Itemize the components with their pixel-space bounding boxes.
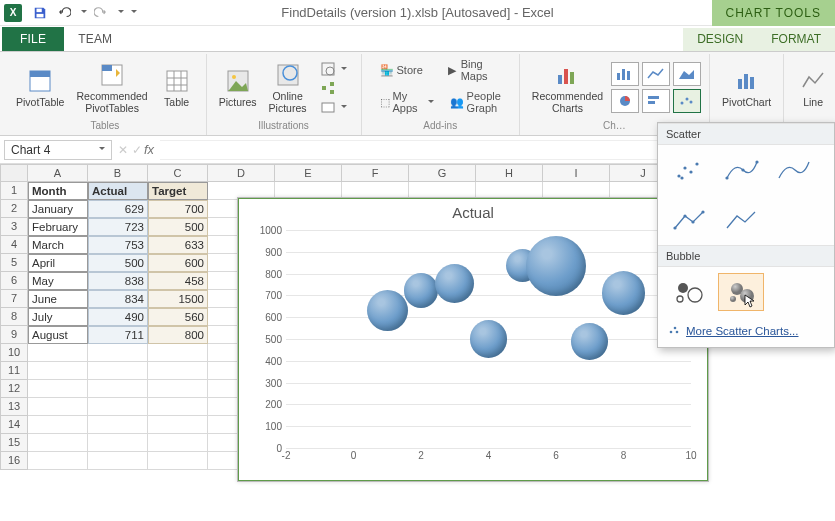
cell[interactable]: [88, 362, 148, 380]
cell[interactable]: 711: [88, 326, 148, 344]
cell[interactable]: 633: [148, 236, 208, 254]
row-header[interactable]: 15: [0, 434, 28, 452]
chart-plot-area[interactable]: 01002003004005006007008009001000-2024681…: [286, 230, 691, 448]
line-chart-button[interactable]: [642, 62, 670, 86]
cell[interactable]: [28, 452, 88, 470]
store-button[interactable]: 🏪Store: [378, 57, 425, 83]
chart-title[interactable]: Actual: [238, 198, 708, 223]
tab-format[interactable]: FORMAT: [757, 28, 835, 51]
undo-button[interactable]: [54, 3, 74, 23]
screenshot-button[interactable]: [319, 99, 349, 115]
scatter-smooth-option[interactable]: [770, 151, 816, 189]
chart-bubble[interactable]: [602, 271, 646, 315]
scatter-lines-option[interactable]: [718, 201, 764, 239]
cell[interactable]: 800: [148, 326, 208, 344]
cell[interactable]: 560: [148, 308, 208, 326]
scatter-markers-option[interactable]: [666, 151, 712, 189]
row-header[interactable]: 4: [0, 236, 28, 254]
column-header[interactable]: B: [88, 164, 148, 182]
row-header[interactable]: 3: [0, 218, 28, 236]
cell[interactable]: [148, 398, 208, 416]
tab-design[interactable]: DESIGN: [683, 28, 757, 51]
online-pictures-button[interactable]: Online Pictures: [265, 59, 311, 115]
cell[interactable]: 834: [88, 290, 148, 308]
column-header[interactable]: A: [28, 164, 88, 182]
row-header[interactable]: 16: [0, 452, 28, 470]
scatter-lines-markers-option[interactable]: [666, 201, 712, 239]
chart-bubble[interactable]: [367, 290, 408, 331]
chart-bubble[interactable]: [404, 273, 439, 308]
pivotchart-button[interactable]: PivotChart: [718, 65, 775, 110]
sparkline-line-button[interactable]: Line: [792, 65, 834, 110]
cell[interactable]: [28, 416, 88, 434]
cell[interactable]: January: [28, 200, 88, 218]
cell[interactable]: April: [28, 254, 88, 272]
row-header[interactable]: 8: [0, 308, 28, 326]
qat-customize-dropdown[interactable]: [128, 6, 137, 20]
cell[interactable]: February: [28, 218, 88, 236]
row-header[interactable]: 7: [0, 290, 28, 308]
cell[interactable]: [28, 362, 88, 380]
cell[interactable]: [88, 452, 148, 470]
name-box[interactable]: Chart 4: [4, 140, 112, 160]
bing-maps-button[interactable]: ▶Bing Maps: [445, 57, 503, 83]
cell[interactable]: [148, 362, 208, 380]
pictures-button[interactable]: Pictures: [215, 65, 261, 110]
scatter-smooth-markers-option[interactable]: [718, 151, 764, 189]
cell[interactable]: [88, 434, 148, 452]
shapes-button[interactable]: [319, 61, 349, 77]
cell[interactable]: [88, 416, 148, 434]
redo-button[interactable]: [91, 3, 111, 23]
cell[interactable]: 500: [88, 254, 148, 272]
recommended-charts-button[interactable]: Recommended Charts: [528, 59, 607, 115]
row-header[interactable]: 14: [0, 416, 28, 434]
column-header[interactable]: G: [409, 164, 476, 182]
cell[interactable]: Target: [148, 182, 208, 200]
cell[interactable]: March: [28, 236, 88, 254]
cell[interactable]: May: [28, 272, 88, 290]
cell[interactable]: 600: [148, 254, 208, 272]
undo-dropdown[interactable]: [78, 6, 87, 20]
bubble-2d-option[interactable]: [666, 273, 712, 311]
row-header[interactable]: 9: [0, 326, 28, 344]
row-header[interactable]: 12: [0, 380, 28, 398]
cell[interactable]: 500: [148, 218, 208, 236]
cell[interactable]: [28, 380, 88, 398]
cell[interactable]: [88, 380, 148, 398]
area-chart-button[interactable]: [673, 62, 701, 86]
cell[interactable]: [148, 344, 208, 362]
column-header[interactable]: E: [275, 164, 342, 182]
redo-dropdown[interactable]: [115, 6, 124, 20]
chart-bubble[interactable]: [571, 323, 608, 360]
cell[interactable]: [88, 398, 148, 416]
cell[interactable]: 753: [88, 236, 148, 254]
row-header[interactable]: 1: [0, 182, 28, 200]
column-header[interactable]: D: [208, 164, 275, 182]
fx-icon[interactable]: fx: [144, 142, 160, 157]
cell[interactable]: [148, 380, 208, 398]
row-header[interactable]: 10: [0, 344, 28, 362]
embedded-chart[interactable]: Actual 01002003004005006007008009001000-…: [237, 197, 709, 482]
chart-bubble[interactable]: [470, 320, 508, 358]
scatter-chart-button[interactable]: [673, 89, 701, 113]
cell[interactable]: [28, 398, 88, 416]
column-header[interactable]: H: [476, 164, 543, 182]
cell[interactable]: [148, 434, 208, 452]
more-scatter-charts-link[interactable]: More Scatter Charts...: [658, 317, 834, 347]
cell[interactable]: Actual: [88, 182, 148, 200]
cell[interactable]: 1500: [148, 290, 208, 308]
column-header[interactable]: C: [148, 164, 208, 182]
select-all-corner[interactable]: [0, 164, 28, 182]
row-header[interactable]: 13: [0, 398, 28, 416]
cell[interactable]: [28, 434, 88, 452]
cell[interactable]: August: [28, 326, 88, 344]
pivottable-button[interactable]: PivotTable: [12, 65, 68, 110]
row-header[interactable]: 6: [0, 272, 28, 290]
chart-bubble[interactable]: [526, 236, 586, 296]
tab-file[interactable]: FILE: [2, 27, 64, 51]
chart-bubble[interactable]: [435, 264, 474, 303]
column-header[interactable]: F: [342, 164, 409, 182]
cell[interactable]: [148, 416, 208, 434]
cell[interactable]: 629: [88, 200, 148, 218]
tab-team[interactable]: TEAM: [64, 28, 177, 51]
